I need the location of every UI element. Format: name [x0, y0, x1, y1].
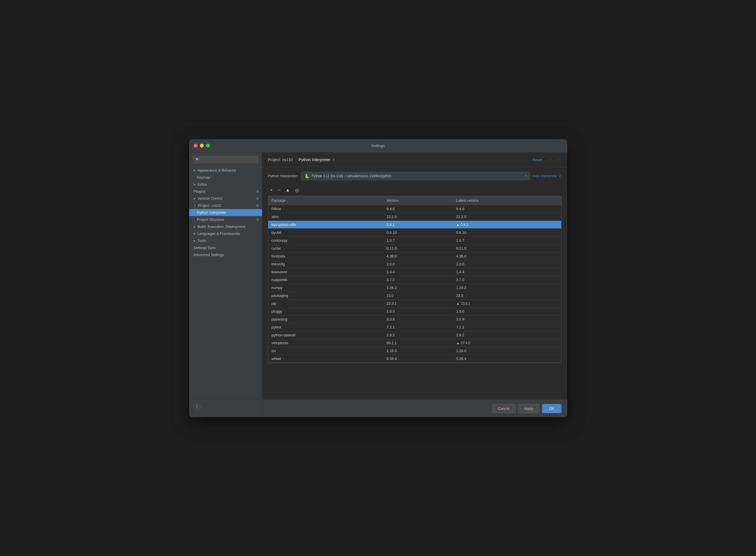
chevron-down-icon: ▼ — [194, 204, 196, 207]
minimize-button[interactable] — [200, 144, 204, 148]
table-row[interactable]: pluggy1.0.01.0.0 — [268, 307, 561, 315]
reset-button[interactable]: Reset — [531, 157, 544, 163]
content-body: Python Interpreter: 🐍 Python 3.11 (cs-11… — [262, 167, 567, 400]
package-version: 22.3.1 — [383, 300, 453, 307]
sidebar-item-plugins[interactable]: Plugins ⊞ — [189, 188, 262, 195]
package-name: matplotlib — [268, 276, 383, 284]
table-row[interactable]: numpy1.24.21.24.2 — [268, 284, 561, 291]
ps-badge: ⊞ — [256, 218, 259, 221]
sidebar-item-settings-sync[interactable]: Settings Sync — [189, 244, 262, 251]
package-latest: 22.2.0 — [453, 213, 561, 220]
package-name: byubit — [268, 229, 383, 236]
package-version: 22.2.0 — [383, 213, 453, 220]
package-latest: 2.8.2 — [453, 331, 561, 339]
col-version: Version — [383, 196, 453, 205]
sidebar-item-label: Languages & Frameworks — [198, 232, 240, 236]
sidebar-item-advanced-settings[interactable]: Advanced Settings — [189, 251, 262, 258]
up-package-button[interactable]: ▲ — [283, 186, 292, 194]
sidebar-item-keymap[interactable]: Keymap — [189, 174, 262, 181]
chevron-right-icon: ▶ — [194, 232, 196, 235]
sidebar-item-label: Project Structure — [197, 217, 224, 222]
close-button[interactable] — [194, 144, 198, 148]
table-row[interactable]: kiwisolver1.4.41.4.4 — [268, 268, 561, 276]
window-title: Settings — [372, 144, 385, 148]
table-row[interactable]: cycler0.11.00.11.0 — [268, 244, 561, 252]
sidebar-item-version-control[interactable]: ▶ Version Control ⊞ — [189, 195, 262, 202]
back-button[interactable]: ← — [548, 157, 554, 163]
titlebar: Settings — [189, 139, 567, 153]
sidebar-item-project[interactable]: ▼ Project: cs110 ⊞ — [189, 202, 262, 209]
package-name: fonttools — [268, 252, 383, 260]
sidebar-item-build[interactable]: ▶ Build, Execution, Deployment — [189, 223, 262, 230]
table-row[interactable]: six1.16.01.16.0 — [268, 347, 561, 355]
content-footer: Cancel Apply OK — [262, 400, 567, 417]
package-version: 2.0.0 — [383, 260, 453, 268]
ok-button[interactable]: OK — [542, 404, 562, 413]
packages-tbody: Pillow9.4.09.4.0attrs22.2.022.2.0byu-pyt… — [268, 205, 561, 362]
package-name: wheel — [268, 355, 383, 362]
table-row[interactable]: python-dateutil2.8.22.8.2 — [268, 331, 561, 339]
eye-button[interactable]: ◎ — [293, 186, 301, 194]
maximize-button[interactable] — [206, 144, 210, 148]
interpreter-select[interactable]: 🐍 Python 3.11 (cs-110) ~/.virtualenvs/cs… — [301, 172, 530, 180]
upgrade-arrow-icon: ▲ — [456, 301, 460, 306]
sidebar-nav: ▶ Appearance & Behavior Keymap ▶ Editor … — [189, 166, 262, 399]
table-header-row: Package Version Latest version — [268, 196, 561, 205]
sidebar-item-tools[interactable]: ▶ Tools — [189, 237, 262, 244]
package-name: pyparsing — [268, 315, 383, 323]
package-version: 3.7.0 — [383, 276, 453, 284]
table-row[interactable]: attrs22.2.022.2.0 — [268, 213, 561, 220]
sidebar-item-editor[interactable]: ▶ Editor — [189, 181, 262, 188]
content-area: Project: cs110 › Python Interpreter ⊟ Re… — [262, 153, 567, 417]
table-row[interactable]: contourpy1.0.71.0.7 — [268, 236, 561, 244]
table-row[interactable]: wheel0.38.40.38.4 — [268, 355, 561, 362]
add-interpreter-button[interactable]: Add Interpreter ∨ — [533, 174, 561, 178]
sidebar-item-appearance[interactable]: ▶ Appearance & Behavior — [189, 167, 262, 174]
sidebar-item-project-structure[interactable]: Project Structure ⊞ — [189, 216, 262, 223]
search-box[interactable]: 🔍 — [192, 156, 259, 163]
cancel-button[interactable]: Cancel — [492, 404, 515, 413]
package-name: pluggy — [268, 307, 383, 315]
sidebar-item-label: Keymap — [197, 175, 211, 179]
table-row[interactable]: byubit0.6.100.6.10 — [268, 229, 561, 236]
table-row[interactable]: pip22.3.1▲23.0.1 — [268, 300, 561, 307]
breadcrumb-project[interactable]: Project: cs110 — [268, 158, 293, 162]
help-button[interactable]: ? — [194, 404, 200, 410]
package-name: iniconfig — [268, 260, 383, 268]
sidebar-item-label: Project: cs110 — [198, 203, 221, 208]
nav-arrows: ← → — [548, 157, 562, 163]
add-package-button[interactable]: + — [268, 186, 275, 194]
package-version: 7.2.1 — [383, 323, 453, 331]
package-version: 0.38.4 — [383, 355, 453, 362]
table-row[interactable]: pytest7.2.17.2.1 — [268, 323, 561, 331]
table-row[interactable]: setuptools66.1.1▲67.4.0 — [268, 339, 561, 347]
chevron-right-icon: ▶ — [194, 169, 196, 172]
main-content: 🔍 ▶ Appearance & Behavior Keymap ▶ Edito… — [189, 153, 567, 417]
table-row[interactable]: matplotlib3.7.03.7.0 — [268, 276, 561, 284]
table-row[interactable]: Pillow9.4.09.4.0 — [268, 205, 561, 213]
package-latest: ▲23.0.1 — [453, 300, 561, 307]
table-row[interactable]: byu-pytest-utils0.4.1▲0.4.2 — [268, 220, 561, 229]
table-row[interactable]: pyparsing3.0.93.0.9 — [268, 315, 561, 323]
sidebar-item-label: Appearance & Behavior — [198, 168, 236, 172]
sidebar-item-label: Settings Sync — [194, 246, 216, 250]
pi-badge: ⊞ — [256, 211, 259, 214]
window-controls — [194, 144, 210, 148]
remove-package-button[interactable]: − — [275, 186, 282, 194]
package-latest: 1.0.7 — [453, 236, 561, 244]
package-latest: 1.24.2 — [453, 284, 561, 291]
col-latest: Latest version — [453, 196, 561, 205]
table-row[interactable]: packaging23.023.0 — [268, 291, 561, 300]
sidebar-bottom: ? — [189, 399, 262, 417]
package-name: attrs — [268, 213, 383, 220]
package-latest: ▲0.4.2 — [453, 220, 561, 229]
apply-button[interactable]: Apply — [518, 404, 539, 413]
forward-button[interactable]: → — [555, 157, 562, 163]
sidebar-item-python-interpreter[interactable]: Python Interpreter ⊞ — [189, 209, 262, 216]
package-latest: 1.16.0 — [453, 347, 561, 355]
sidebar-item-label: Plugins — [194, 189, 206, 194]
search-input[interactable] — [201, 158, 256, 162]
table-row[interactable]: fonttools4.38.04.38.0 — [268, 252, 561, 260]
sidebar-item-languages[interactable]: ▶ Languages & Frameworks — [189, 230, 262, 237]
table-row[interactable]: iniconfig2.0.02.0.0 — [268, 260, 561, 268]
